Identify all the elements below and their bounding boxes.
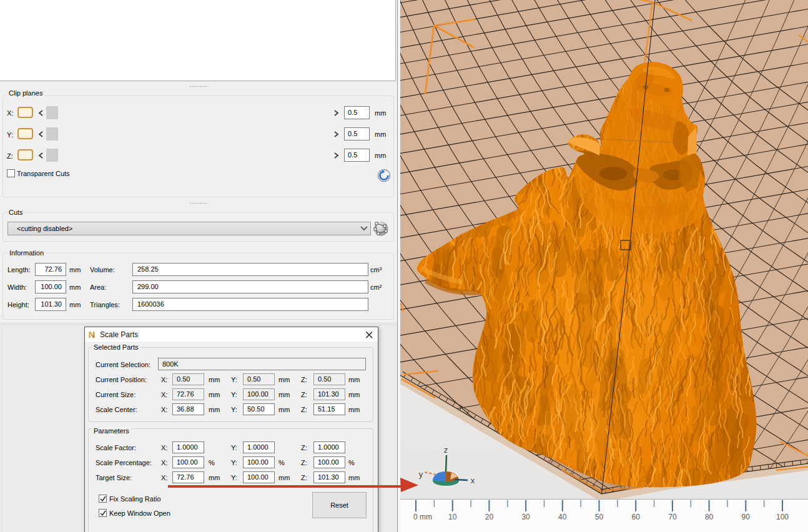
svg-text:100: 100 bbox=[776, 513, 789, 521]
svg-text:N: N bbox=[89, 329, 96, 340]
svg-text:50: 50 bbox=[595, 513, 604, 521]
svg-text:z: z bbox=[444, 445, 448, 455]
svg-text:30: 30 bbox=[521, 513, 530, 521]
svg-text:60: 60 bbox=[632, 513, 641, 521]
svg-text:0 mm: 0 mm bbox=[413, 513, 432, 521]
svg-text:90: 90 bbox=[742, 513, 751, 521]
svg-text:70: 70 bbox=[668, 513, 677, 521]
svg-text:40: 40 bbox=[558, 513, 567, 521]
svg-text:10: 10 bbox=[448, 513, 457, 521]
svg-text:x: x bbox=[471, 476, 475, 485]
svg-text:y: y bbox=[419, 470, 423, 479]
svg-text:80: 80 bbox=[705, 513, 714, 521]
svg-text:20: 20 bbox=[485, 513, 494, 521]
